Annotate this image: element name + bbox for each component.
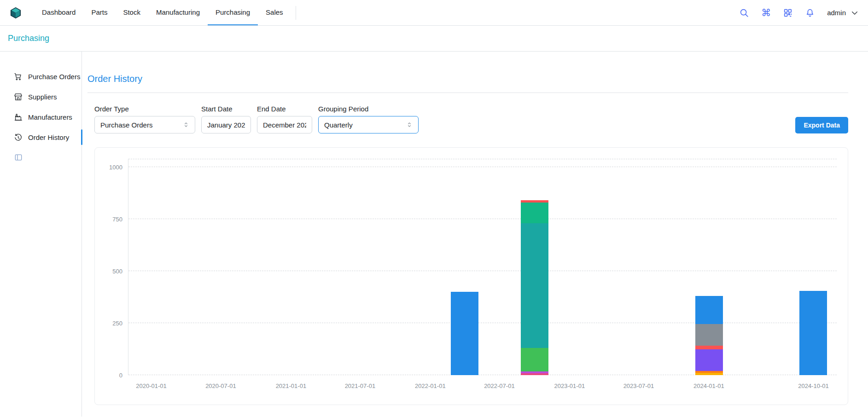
order-type-value: Purchase Orders: [100, 121, 152, 129]
x-tick-label: 2024-10-01: [798, 382, 829, 389]
page-title: Order History: [87, 74, 848, 84]
grouping-period-value: Quarterly: [324, 121, 353, 129]
x-tick-label: 2022-07-01: [484, 382, 515, 389]
bar-segment[interactable]: [695, 324, 723, 346]
bar-2022-04-01[interactable]: [451, 159, 478, 375]
sidebar-item-purchase-orders[interactable]: Purchase Orders: [0, 66, 82, 87]
tab-sales[interactable]: Sales: [258, 0, 291, 25]
order-type-field: Order Type Purchase Orders: [94, 105, 195, 133]
plot-wrap: 2020-01-012020-07-012021-01-012021-07-01…: [128, 159, 837, 394]
bar-segment[interactable]: [695, 349, 723, 371]
qrcode-icon[interactable]: [783, 8, 793, 18]
y-axis-labels: 02505007501000: [101, 159, 128, 375]
grouping-period-field: Grouping Period Quarterly: [318, 105, 419, 133]
cart-icon: [14, 72, 23, 81]
x-tick-label: 2021-07-01: [345, 382, 376, 389]
gridline: [128, 271, 837, 271]
gridline: [128, 167, 837, 167]
bar-segment[interactable]: [451, 292, 478, 375]
history-icon: [14, 133, 23, 142]
username: admin: [827, 9, 846, 17]
command-icon[interactable]: ⌘: [761, 8, 771, 17]
sidebar-item-order-history[interactable]: Order History: [0, 127, 82, 147]
factory-icon: [14, 113, 23, 122]
end-date-input-wrap: [257, 116, 312, 133]
chart-inner: 02505007501000 2020-01-012020-07-012021-…: [101, 159, 837, 394]
export-data-button[interactable]: Export Data: [795, 117, 848, 133]
x-tick-label: 2023-07-01: [623, 382, 654, 389]
sidebar-item-label: Order History: [28, 133, 69, 141]
bar-2024-01-01[interactable]: [695, 159, 723, 375]
start-date-field: Start Date: [201, 105, 251, 133]
app-logo-icon[interactable]: [9, 6, 22, 19]
bell-icon[interactable]: [805, 8, 815, 18]
x-tick-label: 2022-01-01: [415, 382, 446, 389]
breadcrumb: Purchasing: [0, 26, 868, 52]
search-icon[interactable]: [739, 8, 749, 18]
main-panel: Order History Order Type Purchase Orders…: [82, 52, 868, 417]
chart-plot: [128, 159, 837, 375]
tab-purchasing[interactable]: Purchasing: [208, 0, 258, 25]
x-axis-labels: 2020-01-012020-07-012021-01-012021-07-01…: [128, 375, 837, 394]
breadcrumb-purchasing-link[interactable]: Purchasing: [8, 34, 49, 43]
start-date-input[interactable]: [207, 121, 245, 129]
bar-segment[interactable]: [521, 223, 548, 348]
tab-manufacturing[interactable]: Manufacturing: [148, 0, 208, 25]
start-date-input-wrap: [201, 116, 251, 133]
user-menu[interactable]: admin: [827, 9, 859, 17]
chevron-down-icon: [851, 9, 859, 17]
y-tick-label: 0: [119, 372, 122, 379]
order-history-chart-card: 02505007501000 2020-01-012020-07-012021-…: [94, 147, 848, 405]
x-tick-label: 2023-01-01: [554, 382, 585, 389]
tab-parts[interactable]: Parts: [83, 0, 115, 25]
gridline: [128, 219, 837, 219]
content-area: Purchase Orders Suppliers Manufacturers: [0, 52, 868, 417]
bar-segment[interactable]: [799, 291, 827, 375]
end-date-label: End Date: [257, 105, 312, 113]
bar-segment[interactable]: [521, 348, 548, 371]
sidebar-item-label: Purchase Orders: [28, 73, 80, 81]
bar-segment[interactable]: [521, 203, 548, 223]
filters-row: Order Type Purchase Orders Start Date: [94, 105, 848, 133]
y-tick-label: 1000: [109, 164, 122, 171]
bar-segment[interactable]: [695, 346, 723, 349]
chevron-selector-icon: [183, 122, 189, 128]
order-type-select[interactable]: Purchase Orders: [94, 116, 195, 133]
main-nav-tabs: Dashboard Parts Stock Manufacturing Purc…: [34, 0, 296, 25]
tab-stock[interactable]: Stock: [115, 0, 148, 25]
purchasing-sidebar: Purchase Orders Suppliers Manufacturers: [0, 52, 82, 417]
bar-2024-10-01[interactable]: [799, 159, 827, 375]
gridline: [128, 159, 837, 159]
navbar-actions: ⌘ admin: [739, 8, 859, 18]
x-tick-label: 2024-01-01: [693, 382, 724, 389]
x-tick-label: 2020-01-01: [136, 382, 167, 389]
tab-dashboard[interactable]: Dashboard: [34, 0, 83, 25]
bar-2022-10-01[interactable]: [521, 159, 548, 375]
end-date-input[interactable]: [263, 121, 306, 129]
sidebar-item-label: Manufacturers: [28, 113, 72, 121]
y-tick-label: 750: [112, 216, 122, 223]
start-date-label: Start Date: [201, 105, 251, 113]
end-date-field: End Date: [257, 105, 312, 133]
sidebar-collapse-icon[interactable]: [14, 153, 23, 162]
order-type-label: Order Type: [94, 105, 195, 113]
tab-list-divider: [296, 6, 296, 20]
grouping-period-label: Grouping Period: [318, 105, 419, 113]
x-tick-label: 2021-01-01: [276, 382, 307, 389]
x-tick-label: 2020-07-01: [205, 382, 236, 389]
top-navbar: Dashboard Parts Stock Manufacturing Purc…: [0, 0, 868, 26]
y-tick-label: 250: [112, 320, 122, 327]
store-icon: [14, 93, 23, 101]
y-tick-label: 500: [112, 268, 122, 275]
sidebar-item-label: Suppliers: [28, 93, 57, 101]
sidebar-item-suppliers[interactable]: Suppliers: [0, 87, 82, 107]
sidebar-item-manufacturers[interactable]: Manufacturers: [0, 107, 82, 127]
gridline: [128, 323, 837, 323]
bar-segment[interactable]: [695, 296, 723, 324]
chevron-selector-icon: [406, 122, 413, 128]
grouping-period-select[interactable]: Quarterly: [318, 116, 419, 133]
title-divider: [87, 93, 848, 93]
